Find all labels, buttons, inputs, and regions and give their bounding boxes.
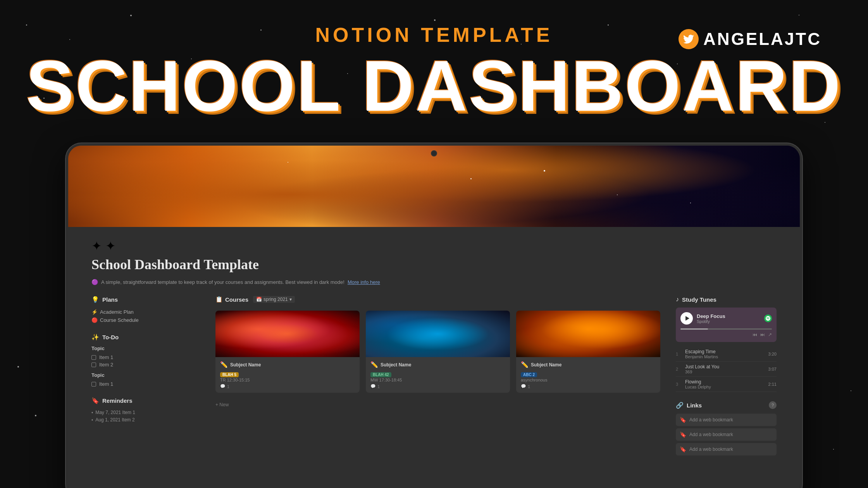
course-time-2: MW 17:30-18:45: [370, 378, 505, 382]
course-comment-1: 💬 1: [220, 384, 355, 389]
todo-item-label-1-1: Item 1: [99, 354, 113, 360]
plan-item-1[interactable]: ⚡ Academic Plan: [91, 308, 200, 316]
bookmark-item-1[interactable]: 🔖 Add a web bookmark: [676, 414, 777, 426]
todo-topic-2: Topic: [91, 372, 200, 378]
right-column: ♪ Study Tunes Deep F: [676, 296, 777, 458]
reminders-heading: 🔖 Reminders: [91, 397, 200, 404]
course-tag-3: ABC 2: [521, 372, 537, 377]
track-title-3: Flowing: [685, 379, 765, 385]
course-image-2: [366, 311, 510, 357]
todo-item-label-1-2: Item 2: [99, 362, 113, 368]
now-playing-title: Deep Focus: [697, 313, 760, 319]
bookmark-icon-2: 🔖: [680, 431, 686, 438]
course-card-3[interactable]: ✏️ Subject Name ABC 2 asynchronous: [516, 311, 660, 393]
course-info-3: ✏️ Subject Name ABC 2 asynchronous: [516, 357, 660, 393]
sparkles-icon: ✦ ✦: [91, 239, 777, 253]
bookmark-icon-1: 🔖: [680, 417, 686, 423]
device-wrapper: ✦ ✦ School Dashboard Template 🟣 A simple…: [66, 143, 802, 488]
checkbox-1-2[interactable]: [91, 363, 96, 367]
track-item-3[interactable]: 3 Flowing Lucas Delphy 2:11: [676, 377, 777, 392]
plans-heading: 💡 Plans: [91, 296, 200, 303]
courses-title: 📋 Courses: [215, 296, 248, 303]
todo-item-label-2-1: Item 1: [99, 381, 113, 387]
course-edit-icon-2: ✏️: [370, 361, 378, 368]
bullet-1: •: [91, 410, 93, 416]
plan-icon-2: 🔴: [91, 317, 98, 323]
todo-item-2-1[interactable]: Item 1: [91, 380, 200, 388]
notion-screen: ✦ ✦ School Dashboard Template 🟣 A simple…: [68, 146, 800, 488]
track-num-3: 3: [676, 382, 681, 387]
play-icon: [685, 316, 689, 321]
plans-label: Plans: [102, 296, 118, 303]
course-card-1[interactable]: ✏️ Subject Name BLAH 5 TR 12:30-15:15: [215, 311, 360, 393]
add-new-button[interactable]: + New: [215, 400, 660, 409]
reminders-section: 🔖 Reminders • May 7, 2021 Item 1: [91, 397, 200, 424]
track-title-2: Just Look at You: [685, 364, 765, 369]
plan-icon-1: ⚡: [91, 309, 98, 315]
help-label: ?: [772, 403, 774, 407]
todo-section: ✨ To-Do Topic Item 1 It: [91, 333, 200, 388]
reminder-text-2: Aug 1, 2021 Item 2: [95, 417, 134, 423]
course-tag-1: BLAH 5: [220, 372, 239, 377]
course-card-2[interactable]: ✏️ Subject Name BLAH 42 MW 17:30-18:45: [366, 311, 510, 393]
todo-item-1-1[interactable]: Item 1: [91, 354, 200, 361]
bookmark-item-3[interactable]: 🔖 Add a web bookmark: [676, 443, 777, 455]
links-header: 🔗 Links ?: [676, 401, 777, 409]
notion-content: ✦ ✦ School Dashboard Template 🟣 A simple…: [68, 227, 800, 488]
track-duration-3: 2:11: [768, 382, 777, 387]
track-details-2: Just Look at You 369: [685, 364, 765, 374]
desc-text: A simple, straightforward template to ke…: [101, 279, 344, 285]
help-badge[interactable]: ?: [769, 401, 777, 409]
banner-stars: [68, 146, 800, 227]
track-num-1: 1: [676, 352, 681, 356]
comment-icon-1: 💬: [220, 384, 226, 389]
bookmark-label-2: Add a web bookmark: [689, 432, 733, 437]
checkbox-2-1[interactable]: [91, 382, 96, 387]
desc-link[interactable]: More info here: [348, 279, 380, 285]
track-duration-2: 3:07: [768, 367, 777, 371]
checkbox-1-1[interactable]: [91, 355, 96, 360]
course-image-1: [215, 311, 360, 357]
next-icon[interactable]: ⏭: [760, 332, 765, 337]
course-nebula-1: [215, 311, 360, 357]
play-button[interactable]: [680, 312, 693, 325]
course-nebula-3: [516, 311, 660, 357]
player-header: Deep Focus Spotify: [680, 312, 772, 325]
subtitle-label: NOTION TEMPLATE: [0, 23, 868, 46]
course-comment-3: 💬 1: [521, 384, 656, 389]
track-title-1: Escaping Time: [685, 349, 765, 354]
middle-column: 📋 Courses 📅 spring 2021 ▾: [215, 296, 660, 458]
main-title: SCHOOL DASHBOARD: [0, 50, 868, 122]
course-tag-2: BLAH 42: [370, 372, 391, 377]
todo-icon: ✨: [91, 333, 99, 341]
bookmark-item-2[interactable]: 🔖 Add a web bookmark: [676, 428, 777, 441]
track-item-1[interactable]: 1 Escaping Time Benjamin Martins 3:20: [676, 347, 777, 362]
share-icon[interactable]: ↗: [768, 332, 772, 337]
todo-heading: ✨ To-Do: [91, 333, 200, 341]
todo-item-1-2[interactable]: Item 2: [91, 361, 200, 368]
page-description: 🟣 A simple, straightforward template to …: [91, 279, 777, 285]
course-name-row-3: ✏️ Subject Name: [521, 361, 656, 368]
course-nebula-2: [366, 311, 510, 357]
links-section: 🔗 Links ? 🔖 Add a web bookmark: [676, 401, 777, 455]
bookmark-icon-3: 🔖: [680, 446, 686, 452]
plan-item-2[interactable]: 🔴 Course Schedule: [91, 316, 200, 324]
study-tunes-section: ♪ Study Tunes Deep F: [676, 296, 777, 392]
filter-badge[interactable]: 📅 spring 2021 ▾: [253, 296, 295, 303]
track-artist-3: Lucas Delphy: [685, 385, 765, 389]
player-progress-bar[interactable]: [680, 328, 772, 330]
links-heading: 🔗 Links: [676, 402, 702, 409]
courses-header: 📋 Courses 📅 spring 2021 ▾: [215, 296, 660, 303]
track-list: 1 Escaping Time Benjamin Martins 3:20: [676, 347, 777, 392]
track-item-2[interactable]: 2 Just Look at You 369 3:07: [676, 362, 777, 377]
device-frame: ✦ ✦ School Dashboard Template 🟣 A simple…: [66, 143, 802, 488]
track-num-2: 2: [676, 367, 681, 371]
study-tunes-heading: ♪ Study Tunes: [676, 296, 777, 303]
columns-layout: 💡 Plans ⚡ Academic Plan 🔴 Cou: [91, 296, 777, 458]
plan-label-2: Course Schedule: [100, 317, 139, 323]
prev-icon[interactable]: ⏮: [753, 332, 757, 337]
course-info-1: ✏️ Subject Name BLAH 5 TR 12:30-15:15: [215, 357, 360, 393]
course-image-3: [516, 311, 660, 357]
course-name-3: Subject Name: [531, 362, 561, 368]
filter-calendar-icon: 📅: [256, 297, 262, 302]
